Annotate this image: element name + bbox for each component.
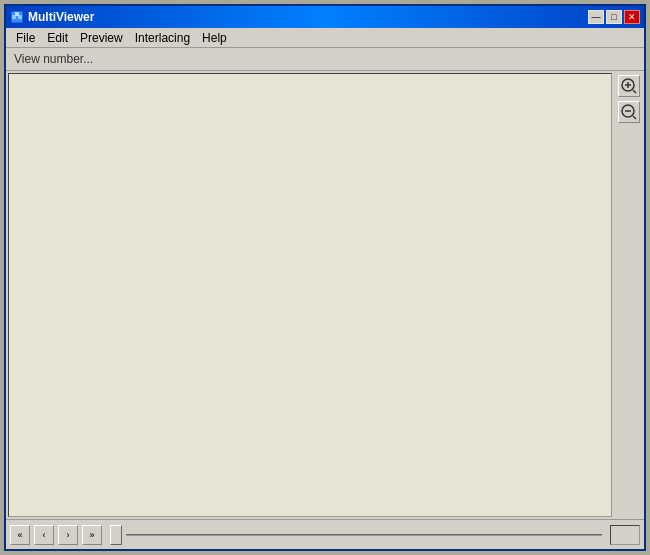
slider-track — [126, 534, 602, 536]
main-area — [6, 71, 644, 519]
app-icon — [10, 10, 24, 24]
bottom-bar: « ‹ › » — [6, 519, 644, 549]
menu-bar: File Edit Preview Interlacing Help — [6, 28, 644, 48]
zoom-in-button[interactable] — [618, 75, 640, 97]
menu-help[interactable]: Help — [196, 29, 233, 47]
first-page-button[interactable]: « — [10, 525, 30, 545]
zoom-out-button[interactable] — [618, 101, 640, 123]
title-controls: — □ ✕ — [588, 10, 640, 24]
svg-line-7 — [633, 90, 636, 93]
right-panel — [614, 71, 644, 519]
slider-thumb[interactable] — [110, 525, 122, 545]
canvas-area — [8, 73, 612, 517]
menu-edit[interactable]: Edit — [41, 29, 74, 47]
page-number-input[interactable] — [610, 525, 640, 545]
maximize-button[interactable]: □ — [606, 10, 622, 24]
view-label: View number... — [6, 48, 644, 71]
menu-interlacing[interactable]: Interlacing — [129, 29, 196, 47]
title-bar: MultiViewer — □ ✕ — [6, 6, 644, 28]
window-title: MultiViewer — [28, 10, 94, 24]
last-page-button[interactable]: » — [82, 525, 102, 545]
menu-preview[interactable]: Preview — [74, 29, 129, 47]
page-slider[interactable] — [110, 525, 602, 545]
title-bar-left: MultiViewer — [10, 10, 94, 24]
prev-page-button[interactable]: ‹ — [34, 525, 54, 545]
menu-file[interactable]: File — [10, 29, 41, 47]
close-button[interactable]: ✕ — [624, 10, 640, 24]
svg-rect-3 — [15, 12, 19, 16]
next-page-button[interactable]: › — [58, 525, 78, 545]
svg-line-10 — [633, 116, 636, 119]
main-window: MultiViewer — □ ✕ File Edit Preview Inte… — [4, 4, 646, 551]
minimize-button[interactable]: — — [588, 10, 604, 24]
